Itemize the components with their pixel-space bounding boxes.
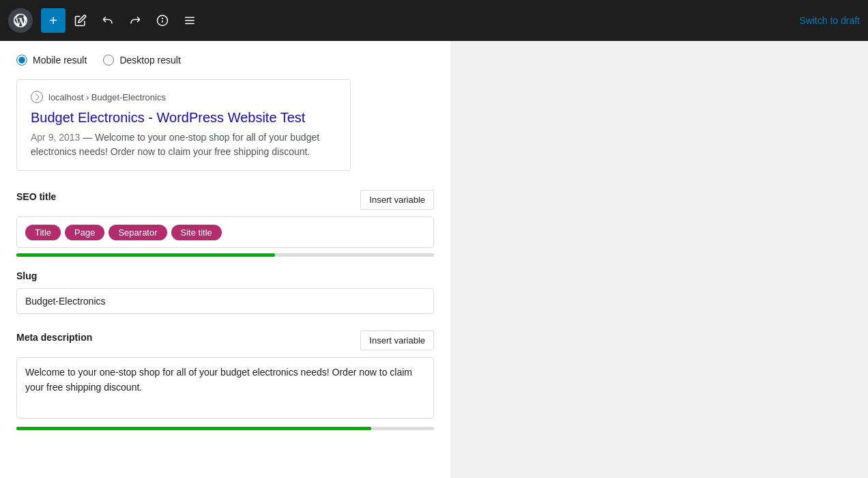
desktop-result-radio[interactable] [103,55,114,66]
edit-button[interactable] [68,8,93,33]
search-url-row: localhost › Budget-Electronics [31,91,336,103]
meta-description-insert-variable-button[interactable]: Insert variable [360,331,434,350]
undo-button[interactable] [96,8,120,33]
main-content: Mobile result Desktop result localhost ›… [0,41,868,478]
seo-title-insert-variable-button[interactable]: Insert variable [360,190,434,210]
seo-tag-separator[interactable]: Separator [108,225,167,240]
search-result-title[interactable]: Budget Electronics - WordPress Website T… [31,109,336,126]
slug-input[interactable] [16,288,434,314]
globe-icon [31,91,43,103]
mobile-result-label: Mobile result [33,55,87,66]
desktop-result-label: Desktop result [119,55,180,66]
search-date-separator: — [83,132,95,143]
wp-logo-icon[interactable] [8,8,33,33]
slug-section: Slug [16,270,434,314]
seo-title-field[interactable]: Title Page Separator Site title [16,216,434,248]
seo-title-header: SEO title Insert variable [16,190,434,210]
meta-description-progress-bar-container [16,427,434,430]
meta-description-textarea[interactable]: Welcome to your one-stop shop for all of… [16,357,434,419]
seo-tag-title[interactable]: Title [25,225,61,240]
add-block-button[interactable]: + [41,8,66,33]
mobile-result-option[interactable]: Mobile result [16,55,87,66]
desktop-result-option[interactable]: Desktop result [103,55,180,66]
seo-tag-site-title[interactable]: Site title [171,225,222,240]
seo-title-progress-bar-fill [16,253,275,257]
switch-to-draft-button[interactable]: Switch to draft [799,15,860,26]
slug-label: Slug [16,270,434,281]
meta-description-progress-bar-fill [16,427,371,430]
toolbar: + Switch to draft [0,0,868,41]
search-url-text: localhost › Budget-Electronics [48,92,166,102]
search-date: Apr 9, 2013 [31,132,80,143]
content-area: Mobile result Desktop result localhost ›… [0,41,450,478]
mobile-result-radio[interactable] [16,55,27,66]
right-sidebar [450,41,868,478]
preview-type-row: Mobile result Desktop result [16,55,434,66]
seo-tag-page[interactable]: Page [65,225,104,240]
search-result-description: Apr 9, 2013 — Welcome to your one-stop s… [31,130,336,159]
redo-button[interactable] [123,8,147,33]
meta-description-header: Meta description Insert variable [16,331,434,350]
search-preview-card: localhost › Budget-Electronics Budget El… [16,79,351,171]
seo-title-progress-bar-container [16,253,434,257]
info-button[interactable] [150,8,175,33]
meta-description-label: Meta description [16,332,92,343]
seo-title-label: SEO title [16,191,56,202]
list-view-button[interactable] [177,8,202,33]
